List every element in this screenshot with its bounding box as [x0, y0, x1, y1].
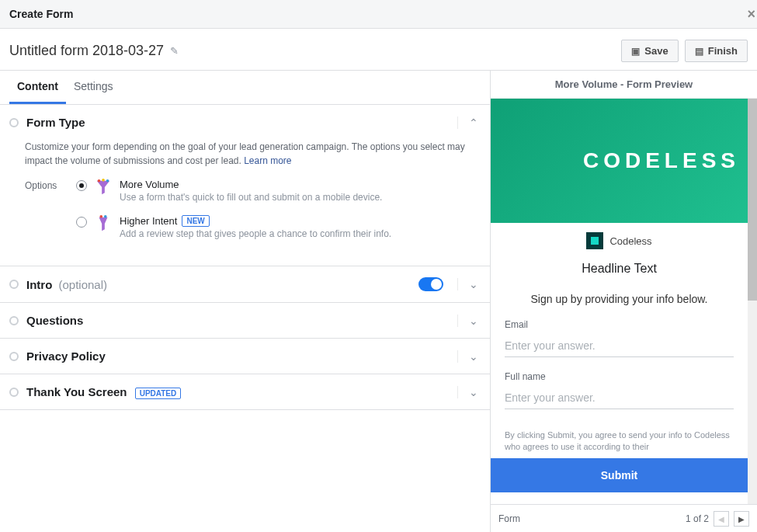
preview-scroll-area[interactable]: CODELESS Codeless Headline Text Sign up …: [491, 99, 757, 504]
save-button[interactable]: ▣ Save: [621, 40, 678, 62]
section-header-form-type[interactable]: Form Type ⌃: [0, 105, 490, 140]
pencil-icon[interactable]: ✎: [170, 45, 179, 57]
title-bar: Untitled form 2018-03-27 ✎ ▣ Save ▤ Fini…: [0, 29, 757, 71]
section-header-questions[interactable]: Questions ⌄: [0, 303, 490, 338]
scrollbar-thumb[interactable]: [748, 99, 757, 301]
left-panel: Content Settings Form Type ⌃ Customize y…: [0, 71, 491, 532]
svg-point-3: [99, 215, 102, 218]
submit-button[interactable]: Submit: [491, 458, 748, 492]
brand-row: Codeless: [491, 223, 748, 259]
svg-point-2: [106, 179, 109, 183]
section-header-privacy[interactable]: Privacy Policy ⌄: [0, 339, 490, 374]
save-icon: ▣: [631, 46, 640, 57]
tab-settings[interactable]: Settings: [66, 71, 121, 104]
finish-icon: ▤: [695, 46, 703, 57]
preview-hero-image: CODELESS: [491, 99, 748, 223]
pager-prev-button[interactable]: ◀: [714, 511, 729, 527]
email-input[interactable]: [505, 335, 734, 357]
preview-headline: Headline Text: [491, 259, 748, 287]
option-title: More Volume: [120, 179, 465, 190]
section-body-form-type: Customize your form depending on the goa…: [0, 140, 490, 266]
brand-name: Codeless: [609, 235, 651, 247]
preview-subheadline: Sign up by providing your info below.: [491, 287, 748, 319]
chevron-down-icon[interactable]: ⌄: [457, 350, 481, 363]
modal-title: Create Form: [9, 8, 73, 20]
page-indicator: 1 of 2: [686, 513, 709, 524]
status-circle-icon: [9, 118, 19, 127]
option-desc: Add a review step that gives people a ch…: [120, 228, 465, 239]
section-thank-you: Thank You Screen UPDATED ⌄: [0, 374, 490, 410]
svg-point-1: [102, 179, 105, 182]
option-more-volume[interactable]: More Volume Use a form that's quick to f…: [76, 179, 465, 203]
finish-button[interactable]: ▤ Finish: [685, 40, 748, 62]
funnel-narrow-icon: [95, 215, 112, 232]
pager-next-button[interactable]: ▶: [734, 511, 749, 527]
option-title: Higher Intent NEW: [120, 215, 465, 227]
preview-header: More Volume - Form Preview: [491, 71, 757, 99]
chevron-up-icon[interactable]: ⌃: [457, 116, 481, 129]
funnel-wide-icon: [95, 179, 112, 196]
section-title: Privacy Policy: [26, 349, 106, 363]
field-label: Full name: [505, 371, 734, 382]
status-circle-icon: [9, 280, 19, 289]
chevron-down-icon[interactable]: ⌄: [457, 315, 481, 327]
form-type-description: Customize your form depending on the goa…: [25, 140, 465, 168]
preview-panel: More Volume - Form Preview CODELESS Code…: [491, 71, 757, 532]
field-full-name: Full name: [505, 371, 734, 409]
options-label: Options: [25, 179, 62, 252]
close-icon[interactable]: ×: [747, 6, 755, 23]
section-privacy: Privacy Policy ⌄: [0, 339, 490, 374]
title-actions: ▣ Save ▤ Finish: [621, 40, 748, 62]
field-email: Email: [505, 319, 734, 357]
section-title: Questions: [26, 314, 83, 327]
status-circle-icon: [9, 352, 19, 361]
tabs: Content Settings: [0, 71, 490, 105]
tab-content[interactable]: Content: [9, 71, 66, 104]
footer-label: Form: [498, 513, 520, 524]
status-circle-icon: [9, 388, 19, 397]
svg-point-4: [104, 215, 107, 218]
chevron-down-icon[interactable]: ⌄: [457, 386, 481, 398]
full-name-input[interactable]: [505, 387, 734, 409]
status-circle-icon: [9, 316, 19, 325]
svg-point-0: [98, 179, 101, 183]
section-questions: Questions ⌄: [0, 303, 490, 339]
section-title: Thank You Screen UPDATED: [26, 385, 181, 398]
section-title: Intro (optional): [26, 278, 107, 291]
option-higher-intent[interactable]: Higher Intent NEW Add a review step that…: [76, 215, 465, 239]
form-name-container[interactable]: Untitled form 2018-03-27 ✎: [9, 43, 179, 59]
preview-footer: Form 1 of 2 ◀ ▶: [491, 504, 757, 532]
section-title: Form Type: [26, 116, 85, 129]
disclaimer-text: By clicking Submit, you agree to send yo…: [491, 423, 748, 454]
radio-unselected-icon[interactable]: [76, 217, 87, 228]
learn-more-link[interactable]: Learn more: [244, 155, 291, 166]
radio-selected-icon[interactable]: [76, 180, 87, 191]
chevron-down-icon[interactable]: ⌄: [457, 278, 481, 290]
new-badge: NEW: [182, 215, 209, 227]
hero-brand-text: CODELESS: [583, 148, 740, 173]
modal-header: Create Form ×: [0, 0, 757, 29]
form-name: Untitled form 2018-03-27: [9, 43, 164, 59]
section-intro: Intro (optional) ⌄: [0, 266, 490, 303]
section-header-intro[interactable]: Intro (optional) ⌄: [0, 266, 490, 302]
option-desc: Use a form that's quick to fill out and …: [120, 192, 465, 203]
field-label: Email: [505, 319, 734, 330]
section-form-type: Form Type ⌃ Customize your form dependin…: [0, 105, 490, 266]
intro-toggle[interactable]: [418, 277, 443, 291]
updated-badge: UPDATED: [135, 388, 182, 399]
section-header-thank-you[interactable]: Thank You Screen UPDATED ⌄: [0, 374, 490, 409]
pager: 1 of 2 ◀ ▶: [686, 511, 749, 527]
brand-logo-icon: [586, 232, 603, 249]
